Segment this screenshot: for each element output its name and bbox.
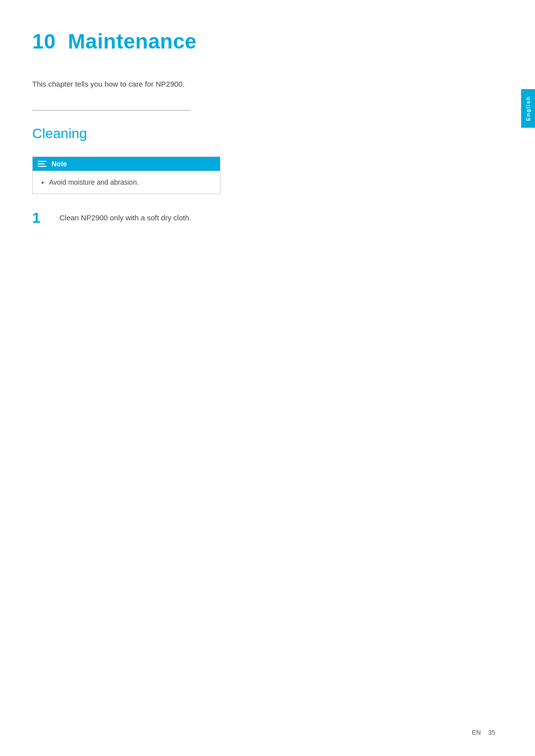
side-tab: English [521,89,535,128]
footer-page: 35 [488,729,495,736]
note-icon [38,161,47,167]
chapter-title: 10 Maintenance [32,30,495,53]
note-list: Avoid moisture and abrasion. [40,177,213,188]
step-1: 1 Clean NP2900 only with a soft dry clot… [32,209,495,227]
chapter-number: 10 [32,30,56,53]
footer-lang: EN [472,729,481,736]
step-number-1: 1 [32,209,50,227]
page-footer: EN 35 [472,729,495,736]
page: English 10 Maintenance This chapter tell… [0,0,535,756]
chapter-name: Maintenance [68,30,197,53]
note-box: Note Avoid moisture and abrasion. [32,156,220,194]
note-content: Avoid moisture and abrasion. [33,171,220,194]
step-text-1: Clean NP2900 only with a soft dry cloth. [59,209,191,224]
note-item: Avoid moisture and abrasion. [49,177,213,188]
note-label: Note [52,160,67,168]
section-title: Cleaning [32,126,495,142]
section-divider [32,110,191,111]
side-tab-label: English [525,96,531,121]
chapter-intro: This chapter tells you how to care for N… [32,78,495,90]
note-header: Note [33,157,220,171]
